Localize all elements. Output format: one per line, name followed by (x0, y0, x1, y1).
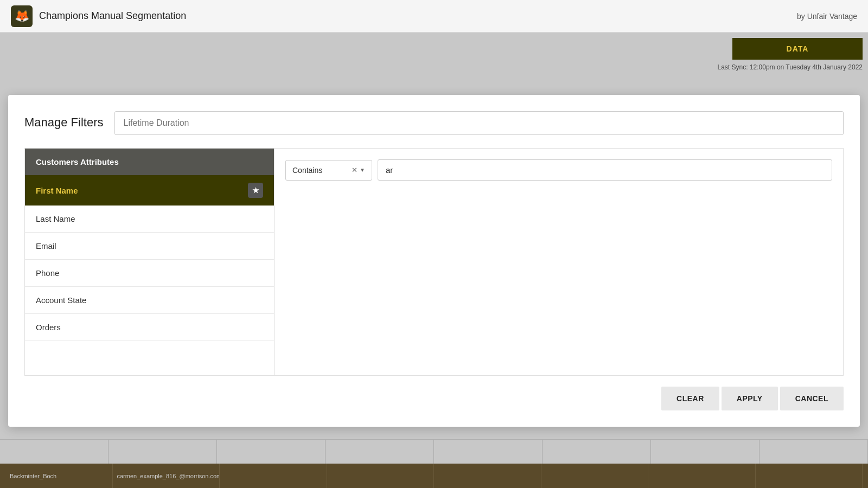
sync-info: Last Sync: 12:00pm on Tuesday 4th Januar… (717, 63, 863, 72)
sidebar-selected-item[interactable]: First Name ★ (25, 175, 274, 206)
sidebar-item-account-state[interactable]: Account State (25, 287, 274, 314)
table-cell (326, 440, 434, 464)
modal-body: Customers Attributes First Name ★ Last N… (24, 148, 844, 376)
filter-name-wrapper (114, 111, 844, 135)
sidebar-selected-label: First Name (36, 186, 78, 195)
condition-label: Contains (292, 166, 347, 175)
table-cell-8 (756, 464, 863, 488)
sidebar-item-label: Orders (36, 323, 61, 332)
table-cell-3 (220, 464, 327, 488)
sidebar-item-phone[interactable]: Phone (25, 260, 274, 287)
sidebar-item-lastname[interactable]: Last Name (25, 206, 274, 233)
condition-dropdown[interactable]: Contains ✕ ▼ (285, 160, 372, 181)
sidebar-item-label: Email (36, 241, 56, 251)
filter-name-input[interactable] (114, 111, 844, 135)
data-button[interactable]: DATA (732, 38, 863, 60)
clear-button[interactable]: CLEAR (661, 387, 719, 410)
table-cell-email: carmen_example_816_@morrison.com (113, 464, 220, 488)
manage-filters-modal: Manage Filters Customers Attributes Firs… (8, 95, 860, 427)
table-cell-4 (327, 464, 435, 488)
sidebar-category: Customers Attributes (25, 149, 274, 175)
filter-sidebar: Customers Attributes First Name ★ Last N… (25, 149, 275, 375)
clear-icon[interactable]: ✕ (352, 166, 358, 174)
sidebar-item-label: Account State (36, 296, 86, 305)
app-header: 🦊 Champions Manual Segmentation by Unfai… (0, 0, 868, 33)
sidebar-item-label: Phone (36, 268, 59, 278)
table-cell (108, 440, 217, 464)
table-cell (0, 440, 108, 464)
chevron-down-icon[interactable]: ▼ (360, 167, 365, 173)
table-cell-5 (434, 464, 541, 488)
sidebar-item-label: Last Name (36, 214, 75, 223)
table-cell (434, 440, 542, 464)
table-cell-6 (541, 464, 649, 488)
logo-icon: 🦊 (11, 5, 33, 27)
apply-button[interactable]: APPLY (722, 387, 778, 410)
top-right-panel: DATA Last Sync: 12:00pm on Tuesday 4th J… (717, 38, 863, 72)
app-logo: 🦊 Champions Manual Segmentation (11, 5, 186, 27)
table-cell-name: Backminter_Boch (5, 464, 113, 488)
modal-header-row: Manage Filters (24, 111, 844, 135)
table-cell (542, 440, 651, 464)
app-title: Champions Manual Segmentation (39, 10, 186, 22)
sidebar-item-orders[interactable]: Orders (25, 314, 274, 341)
condition-dropdown-icons: ✕ ▼ (352, 166, 365, 174)
table-cell (760, 440, 868, 464)
filter-row: Contains ✕ ▼ (285, 159, 832, 181)
logo-emoji: 🦊 (15, 9, 29, 23)
filter-value-input[interactable] (378, 159, 832, 181)
modal-footer: CLEAR APPLY CANCEL (24, 387, 844, 410)
filter-area: Contains ✕ ▼ (275, 149, 843, 375)
header-byline: by Unfair Vantage (797, 12, 857, 21)
table-row-empty (0, 439, 868, 464)
table-row-data: Backminter_Boch carmen_example_816_@morr… (0, 464, 868, 488)
table-cell (217, 440, 326, 464)
star-badge: ★ (248, 183, 263, 198)
table-cell-7 (648, 464, 756, 488)
modal-title: Manage Filters (24, 111, 104, 130)
bottom-table: Backminter_Boch carmen_example_816_@morr… (0, 439, 868, 488)
table-cell (651, 440, 760, 464)
sidebar-item-email[interactable]: Email (25, 233, 274, 260)
cancel-button[interactable]: CANCEL (780, 387, 844, 410)
